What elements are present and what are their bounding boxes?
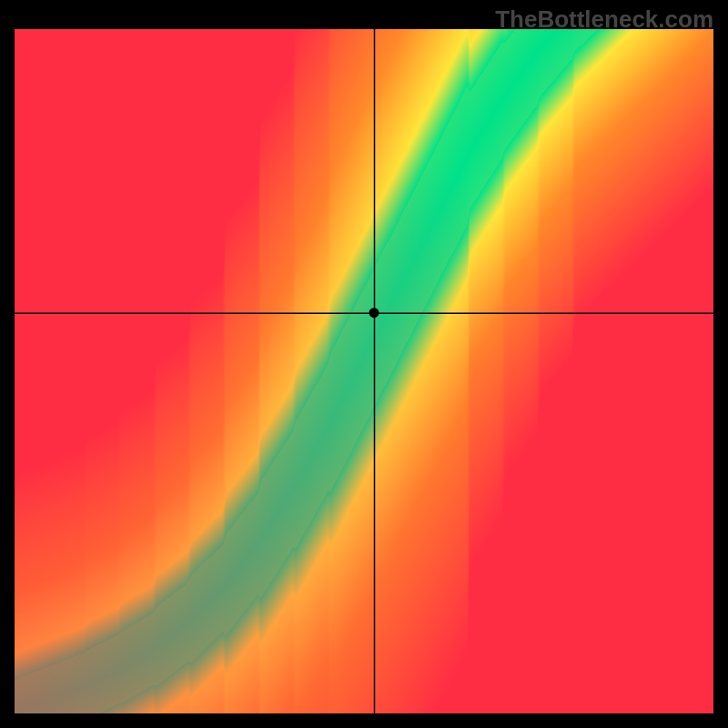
heatmap-plot: [15, 29, 713, 713]
heatmap-canvas: [15, 29, 713, 713]
watermark-text: TheBottleneck.com: [495, 5, 713, 34]
